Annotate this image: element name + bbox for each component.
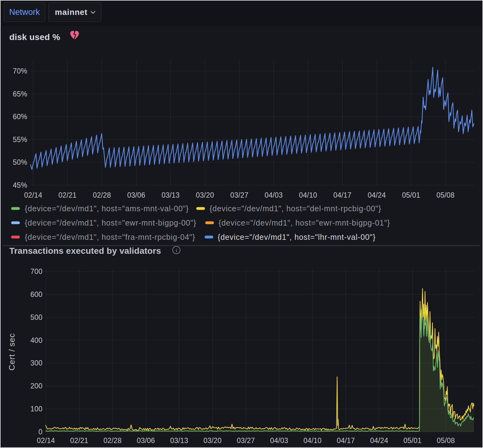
svg-text:100: 100	[30, 405, 42, 413]
svg-text:{device="/dev/md1", host="ewr-: {device="/dev/md1", host="ewr-mnt-bigpg-…	[219, 218, 390, 227]
svg-text:03/20: 03/20	[196, 191, 214, 199]
svg-text:03/06: 03/06	[137, 437, 155, 445]
svg-text:02/14: 02/14	[37, 437, 55, 445]
svg-text:02/28: 02/28	[93, 191, 111, 199]
svg-text:0: 0	[38, 428, 42, 436]
svg-text:03/13: 03/13	[162, 191, 180, 199]
svg-text:04/24: 04/24	[370, 437, 388, 445]
svg-text:{device="/dev/md1", host="ams-: {device="/dev/md1", host="ams-mnt-val-00…	[25, 204, 189, 213]
svg-text:disk used %: disk used %	[9, 32, 60, 42]
svg-text:03/27: 03/27	[230, 191, 249, 199]
svg-text:65%: 65%	[13, 90, 27, 98]
svg-text:05/01: 05/01	[402, 191, 420, 199]
svg-text:500: 500	[30, 313, 42, 321]
svg-text:Transactions executed by valid: Transactions executed by validators	[9, 246, 161, 256]
svg-text:03/27: 03/27	[237, 437, 255, 445]
svg-text:{device="/dev/md1", host="lhr-: {device="/dev/md1", host="lhr-mnt-val-00…	[218, 233, 376, 241]
svg-text:{device="/dev/md1", host="fra-: {device="/dev/md1", host="fra-mnt-rpcbig…	[25, 233, 195, 241]
svg-text:02/28: 02/28	[104, 437, 122, 445]
svg-text:200: 200	[30, 382, 42, 390]
svg-text:400: 400	[30, 336, 42, 344]
svg-text:700: 700	[30, 267, 42, 276]
svg-text:60%: 60%	[13, 113, 27, 121]
svg-text:600: 600	[30, 290, 42, 298]
svg-text:55%: 55%	[13, 136, 27, 144]
svg-text:04/10: 04/10	[299, 191, 317, 199]
svg-text:04/17: 04/17	[337, 437, 355, 445]
svg-text:04/10: 04/10	[304, 437, 322, 445]
svg-text:{device="/dev/md1", host="ewr-: {device="/dev/md1", host="ewr-mnt-bigpg-…	[25, 218, 196, 227]
svg-text:03/20: 03/20	[203, 437, 222, 445]
svg-text:50%: 50%	[13, 158, 27, 166]
svg-text:05/08: 05/08	[436, 191, 455, 199]
svg-text:03/06: 03/06	[127, 191, 145, 199]
svg-text:04/03: 04/03	[270, 437, 288, 445]
svg-text:02/21: 02/21	[70, 437, 88, 445]
svg-text:300: 300	[30, 359, 42, 367]
svg-text:02/21: 02/21	[59, 191, 77, 199]
svg-text:04/03: 04/03	[265, 191, 283, 199]
svg-text:05/08: 05/08	[437, 437, 455, 445]
svg-text:i: i	[176, 248, 177, 253]
svg-text:45%: 45%	[13, 181, 27, 189]
svg-text:04/24: 04/24	[368, 191, 386, 199]
svg-text:02/14: 02/14	[24, 191, 42, 199]
svg-text:03/13: 03/13	[170, 437, 188, 445]
svg-text:{device="/dev/md1", host="del-: {device="/dev/md1", host="del-mnt-rpcbig…	[210, 204, 381, 213]
svg-text:04/17: 04/17	[333, 191, 352, 199]
svg-text:70%: 70%	[13, 67, 27, 75]
svg-text:05/01: 05/01	[403, 437, 422, 445]
svg-text:Cert / sec: Cert / sec	[7, 333, 16, 370]
